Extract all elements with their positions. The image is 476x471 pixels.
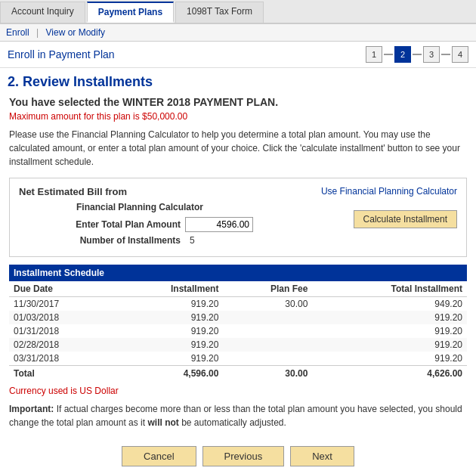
total-total-sum: 4,626.00 bbox=[312, 366, 467, 382]
previous-button[interactable]: Previous bbox=[202, 446, 285, 466]
calculate-installment-button[interactable]: Calculate Installment bbox=[354, 210, 457, 228]
toolbar-separator: | bbox=[36, 27, 39, 38]
step-2: 2 bbox=[394, 46, 411, 63]
step-4: 4 bbox=[452, 46, 468, 63]
due-date-4: 02/28/2018 bbox=[9, 338, 114, 352]
plan-fee-3 bbox=[223, 324, 312, 338]
tab-account-inquiry[interactable]: Account Inquiry bbox=[0, 2, 85, 23]
due-date-1: 11/30/2017 bbox=[9, 297, 114, 311]
tab-payment-plans[interactable]: Payment Plans bbox=[87, 2, 174, 23]
table-row: 02/28/2018 919.20 919.20 bbox=[9, 338, 467, 352]
step-3: 3 bbox=[423, 46, 440, 63]
use-financial-planning-calculator-link[interactable]: Use Financial Planning Calculator bbox=[321, 186, 457, 197]
toolbar: Enroll | View or Modify bbox=[0, 24, 476, 42]
plan-fee-5 bbox=[223, 352, 312, 366]
total-3: 919.20 bbox=[312, 324, 467, 338]
important-label: Important: bbox=[9, 404, 54, 414]
calc-amount-input[interactable] bbox=[185, 217, 253, 232]
installment-5: 919.20 bbox=[114, 352, 224, 366]
col-installment: Installment bbox=[114, 281, 224, 297]
step-connector-2 bbox=[413, 54, 422, 55]
max-amount-text: Maximum amount for this plan is $50,000.… bbox=[9, 111, 467, 122]
plan-fee-2 bbox=[223, 311, 312, 324]
total-4: 919.20 bbox=[312, 338, 467, 352]
total-label: Total bbox=[9, 366, 114, 382]
plan-fee-1: 30.00 bbox=[223, 297, 312, 311]
col-total-installment: Total Installment bbox=[312, 281, 467, 297]
due-date-2: 01/03/2018 bbox=[9, 311, 114, 324]
cancel-button[interactable]: Cancel bbox=[122, 446, 196, 466]
instruction-text: Please use the Financial Planning Calcul… bbox=[9, 128, 467, 169]
schedule-total-row: Total 4,596.00 30.00 4,626.00 bbox=[9, 366, 467, 382]
enroll-link[interactable]: Enroll bbox=[6, 27, 29, 38]
installment-3: 919.20 bbox=[114, 324, 224, 338]
calc-installments-label: Number of Installments bbox=[34, 235, 185, 246]
step-connector-3 bbox=[441, 54, 450, 55]
step-indicator: 1 2 3 4 bbox=[366, 46, 468, 63]
total-plan-fee-sum: 30.00 bbox=[223, 366, 312, 382]
currency-note: Currency used is US Dollar bbox=[9, 386, 467, 396]
next-button[interactable]: Next bbox=[290, 446, 354, 466]
tab-bar: Account Inquiry Payment Plans 1098T Tax … bbox=[0, 0, 476, 24]
calc-amount-label: Enter Total Plan Amount bbox=[34, 219, 185, 230]
col-plan-fee: Plan Fee bbox=[223, 281, 312, 297]
due-date-5: 03/31/2018 bbox=[9, 352, 114, 366]
view-modify-link[interactable]: View or Modify bbox=[46, 27, 105, 38]
payment-plan-statement: You have selected the WINTER 2018 PAYMEN… bbox=[9, 96, 467, 108]
step-connector-1 bbox=[384, 54, 393, 55]
tab-1098t-tax-form[interactable]: 1098T Tax Form bbox=[175, 2, 264, 23]
total-1: 949.20 bbox=[312, 297, 467, 311]
table-row: 03/31/2018 919.20 919.20 bbox=[9, 352, 467, 366]
calculator-box: Net Estimated Bill from Use Financial Pl… bbox=[9, 178, 467, 257]
installment-1: 919.20 bbox=[114, 297, 224, 311]
total-5: 919.20 bbox=[312, 352, 467, 366]
calc-installments-value: 5 bbox=[185, 235, 195, 246]
installment-4: 919.20 bbox=[114, 338, 224, 352]
buttons-row: Cancel Previous Next bbox=[9, 440, 467, 471]
table-row: 01/31/2018 919.20 919.20 bbox=[9, 324, 467, 338]
due-date-3: 01/31/2018 bbox=[9, 324, 114, 338]
total-2: 919.20 bbox=[312, 311, 467, 324]
important-body: If actual charges become more than or le… bbox=[9, 404, 462, 428]
section-heading: 2. Review Installments bbox=[0, 68, 476, 93]
main-content: You have selected the WINTER 2018 PAYMEN… bbox=[0, 93, 476, 471]
schedule-col-headers: Due Date Installment Plan Fee Total Inst… bbox=[9, 281, 467, 297]
installment-schedule-table: Installment Schedule Due Date Installmen… bbox=[9, 265, 467, 381]
table-row: 11/30/2017 919.20 30.00 949.20 bbox=[9, 297, 467, 311]
important-text: Important: If actual charges become more… bbox=[9, 402, 467, 429]
plan-fee-4 bbox=[223, 338, 312, 352]
step-1: 1 bbox=[366, 46, 382, 63]
schedule-header: Installment Schedule bbox=[9, 265, 467, 281]
calc-installments-row: Number of Installments 5 bbox=[34, 235, 457, 246]
page-header: Enroll in Payment Plan 1 2 3 4 bbox=[0, 42, 476, 68]
page-title: Enroll in Payment Plan bbox=[8, 48, 115, 60]
table-row: 01/03/2018 919.20 919.20 bbox=[9, 311, 467, 324]
total-installment-sum: 4,596.00 bbox=[114, 366, 224, 382]
schedule-title: Installment Schedule bbox=[9, 265, 467, 281]
installment-2: 919.20 bbox=[114, 311, 224, 324]
col-due-date: Due Date bbox=[9, 281, 114, 297]
